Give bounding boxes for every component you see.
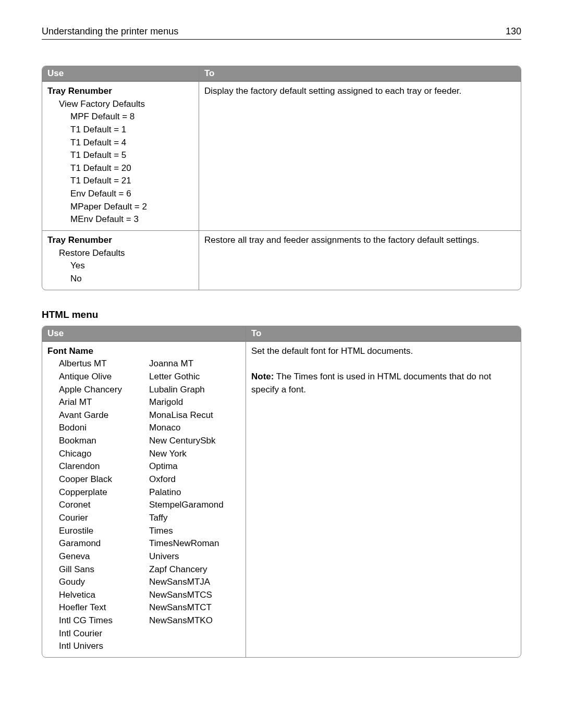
font-item: Geneva <box>59 550 136 563</box>
section-title-html-menu: HTML menu <box>42 309 521 320</box>
font-item: Goudy <box>59 576 136 589</box>
table-row: Font Name Albertus MT Antique Olive Appl… <box>42 341 521 657</box>
font-item: Courier <box>59 512 136 525</box>
setting-item: T1 Default = 4 <box>47 137 193 150</box>
font-item: NewSansMTJA <box>149 576 238 589</box>
note-text: The Times font is used in HTML documents… <box>251 372 491 394</box>
font-item: Univers <box>149 550 238 563</box>
th-use: Use <box>42 66 199 81</box>
setting-title: Tray Renumber <box>47 235 112 245</box>
document-page: Understanding the printer menus 130 Use … <box>0 0 563 689</box>
font-item: Eurostile <box>59 525 136 538</box>
font-item: Clarendon <box>59 460 136 473</box>
cell-use-col2: . Joanna MT Letter Gothic Lubalin Graph … <box>144 341 246 657</box>
font-item: Avant Garde <box>59 409 136 422</box>
font-item: Letter Gothic <box>149 371 238 384</box>
font-item: Palatino <box>149 486 238 499</box>
font-item: Joanna MT <box>149 357 238 371</box>
page-header: Understanding the printer menus 130 <box>42 26 521 40</box>
font-item: MonaLisa Recut <box>149 409 238 422</box>
font-item: Apple Chancery <box>59 384 136 397</box>
setting-item: MEnv Default = 3 <box>47 213 193 226</box>
font-item: Gill Sans <box>59 563 136 576</box>
setting-item: T1 Default = 20 <box>47 162 193 175</box>
setting-sub: View Factory Defaults <box>47 98 193 111</box>
font-item: Chicago <box>59 448 136 461</box>
setting-title: Font Name <box>47 346 93 356</box>
font-item: Coronet <box>59 499 136 512</box>
page-number: 130 <box>506 26 521 37</box>
font-item: New York <box>149 448 238 461</box>
font-item: New CenturySbk <box>149 435 238 448</box>
setting-item: T1 Default = 5 <box>47 149 193 162</box>
font-item: Times <box>149 525 238 538</box>
setting-item: MPF Default = 8 <box>47 110 193 124</box>
font-item: Intl Univers <box>59 640 136 653</box>
setting-item: MPaper Default = 2 <box>47 201 193 214</box>
th-to: To <box>199 66 521 81</box>
font-item: TimesNewRoman <box>149 537 238 550</box>
font-item: Albertus MT <box>59 357 136 371</box>
font-item: Intl CG Times <box>59 614 136 627</box>
font-item: NewSansMTCT <box>149 601 238 614</box>
font-item: Arial MT <box>59 396 136 409</box>
font-item: Intl Courier <box>59 627 136 640</box>
font-item: Oxford <box>149 473 238 486</box>
table-row: Tray Renumber Restore Defaults Yes No Re… <box>42 230 521 290</box>
setting-item: T1 Default = 21 <box>47 175 193 188</box>
cell-use: Tray Renumber View Factory Defaults MPF … <box>42 81 199 230</box>
cell-use: Tray Renumber Restore Defaults Yes No <box>42 230 199 290</box>
font-item: NewSansMTKO <box>149 614 238 627</box>
font-item: Helvetica <box>59 589 136 602</box>
font-item: Copperplate <box>59 486 136 499</box>
table-row: Tray Renumber View Factory Defaults MPF … <box>42 81 521 230</box>
to-text: Set the default font for HTML documents. <box>251 346 413 356</box>
cell-to: Display the factory default setting assi… <box>199 81 521 230</box>
font-item: Garamond <box>59 537 136 550</box>
setting-sub: Restore Defaults <box>47 247 193 260</box>
font-item: Lubalin Graph <box>149 384 238 397</box>
setting-item: No <box>47 273 193 286</box>
font-item: Optima <box>149 460 238 473</box>
font-item: Bookman <box>59 435 136 448</box>
cell-use-col1: Font Name Albertus MT Antique Olive Appl… <box>42 341 144 657</box>
tray-renumber-table: Use To Tray Renumber View Factory Defaul… <box>42 66 521 290</box>
setting-title: Tray Renumber <box>47 86 112 96</box>
font-item: Zapf Chancery <box>149 563 238 576</box>
note-label: Note: <box>251 372 274 381</box>
font-item: StempelGaramond <box>149 499 238 512</box>
cell-to: Set the default font for HTML documents.… <box>246 341 521 657</box>
setting-item: Env Default = 6 <box>47 188 193 201</box>
font-item: NewSansMTCS <box>149 589 238 602</box>
th-use: Use <box>42 326 246 341</box>
font-item: Antique Olive <box>59 371 136 384</box>
header-title: Understanding the printer menus <box>42 26 178 37</box>
setting-item: Yes <box>47 260 193 273</box>
font-item: Taffy <box>149 512 238 525</box>
cell-to: Restore all tray and feeder assignments … <box>199 230 521 290</box>
font-item: Hoefler Text <box>59 601 136 614</box>
font-item: Cooper Black <box>59 473 136 486</box>
html-menu-table: Use To Font Name Albertus MT Antique Oli… <box>42 326 521 658</box>
setting-item: T1 Default = 1 <box>47 124 193 137</box>
th-to: To <box>246 326 521 341</box>
font-item: Monaco <box>149 422 238 435</box>
font-item: Marigold <box>149 396 238 409</box>
font-item: Bodoni <box>59 422 136 435</box>
